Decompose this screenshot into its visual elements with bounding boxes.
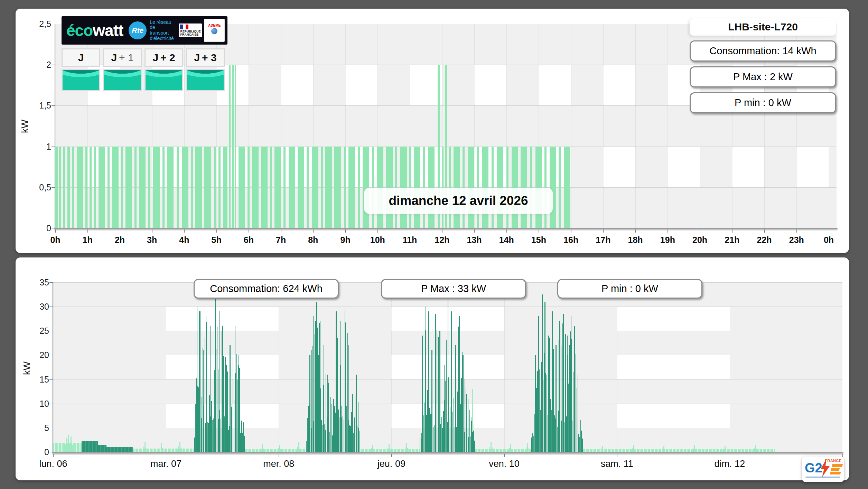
spike-bar [390, 449, 391, 452]
power-bar [63, 147, 65, 228]
power-bar [423, 147, 425, 228]
spike-bar [489, 447, 490, 452]
ecowatt-signal-tiles [62, 69, 225, 91]
ecowatt-signal-tile-j1[interactable] [103, 69, 142, 91]
cluster-peak-bar [563, 314, 564, 452]
cluster-bar [194, 438, 195, 452]
spike-bar [65, 444, 66, 452]
cluster-bar [533, 436, 534, 452]
power-bar [363, 147, 369, 228]
cluster-peak-bar [316, 302, 317, 452]
cluster-bar [315, 321, 316, 452]
weekly-bars [53, 282, 842, 452]
x-tick [377, 229, 378, 233]
cluster-bar [205, 338, 205, 452]
ecowatt-signal-tile-j2[interactable] [144, 69, 183, 91]
daily-y-axis-title: kW [20, 120, 30, 133]
cluster-bar [198, 387, 199, 452]
weekly-y-axis-title: kW [22, 361, 32, 375]
y-tick [49, 428, 53, 428]
power-bar [162, 147, 165, 228]
spike-bar [146, 448, 146, 452]
power-bar [400, 147, 407, 228]
cluster-bar [474, 441, 475, 452]
ecowatt-signal-tile-j3[interactable] [186, 69, 225, 91]
baseline-band [98, 445, 106, 452]
cluster-bar [445, 381, 446, 452]
y-tick-label: 5 [25, 423, 49, 433]
spike-bar [695, 449, 696, 452]
power-bar [121, 147, 123, 228]
power-bar [232, 65, 234, 228]
cluster-bar [338, 410, 339, 452]
power-bar [77, 147, 83, 228]
x-tick [617, 454, 617, 457]
cluster-peak-bar [197, 307, 198, 452]
power-bar [468, 147, 474, 228]
y-tick-label: 1,5 [27, 101, 51, 111]
baseline-band [583, 449, 775, 452]
power-bar [94, 147, 96, 228]
power-bar [477, 147, 479, 228]
spike-bar [261, 448, 261, 452]
x-tick [842, 454, 843, 457]
x-tick-label: jeu. 09 [371, 459, 412, 469]
cluster-bar [349, 425, 350, 452]
cluster-peak-bar [210, 326, 211, 452]
cluster-bar [218, 369, 218, 452]
spike-bar [69, 443, 70, 452]
cluster-peak-bar [340, 321, 342, 452]
spike-bar [178, 446, 179, 452]
x-tick [410, 229, 410, 233]
x-tick [184, 229, 185, 233]
x-tick-label: ven. 10 [484, 459, 525, 469]
g2e-france-logo: G2 FRANCE [802, 457, 844, 482]
cluster-bar [446, 340, 447, 452]
x-tick-label: 15h [525, 235, 552, 245]
cluster-bar [440, 424, 441, 452]
ademe-logo: ADEME [204, 19, 225, 42]
cluster-peak-bar [567, 336, 568, 452]
spike-bar [528, 448, 529, 452]
power-bar [177, 147, 179, 228]
spike-bar [512, 449, 512, 452]
x-tick [313, 229, 314, 233]
day-tab-j1[interactable]: J+ 1 [103, 48, 142, 67]
day-tab-j[interactable]: J [62, 48, 100, 67]
power-bar [274, 147, 281, 228]
cluster-peak-bar [320, 321, 321, 452]
power-bar [307, 147, 309, 228]
spike-bar [754, 448, 755, 452]
day-tab-j3[interactable]: J+ 3 [186, 48, 225, 67]
y-tick [49, 404, 53, 404]
cluster-bar [442, 428, 443, 452]
ecowatt-signal-tile-j[interactable] [62, 69, 100, 91]
power-bar [298, 147, 304, 228]
cluster-peak-bar [356, 375, 357, 452]
cluster-bar [540, 410, 541, 452]
cluster-bar [344, 420, 344, 452]
x-tick-label: 9h [332, 235, 359, 245]
x-tick [249, 229, 249, 233]
cluster-peak-bar [215, 299, 216, 452]
x-tick [730, 454, 730, 457]
x-tick [732, 229, 732, 233]
x-tick-label: dim. 12 [709, 459, 750, 469]
y-tick-label: 20 [25, 350, 49, 360]
cluster-bar [353, 433, 354, 452]
cluster-peak-bar [327, 375, 328, 452]
x-tick-label: 10h [364, 235, 391, 245]
cluster-bar [421, 439, 421, 452]
cluster-bar [468, 437, 469, 452]
x-tick-label: mar. 07 [145, 459, 187, 469]
cluster-bar [550, 399, 551, 452]
cluster-bar [342, 417, 342, 452]
y-tick [49, 282, 53, 283]
x-tick-label: 16h [557, 235, 585, 245]
day-tab-j2[interactable]: J+ 2 [144, 48, 183, 67]
spike-bar [373, 449, 374, 452]
cluster-bar [433, 427, 433, 452]
cluster-bar [465, 379, 465, 452]
x-tick-label: 23h [783, 235, 810, 245]
cluster-peak-bar [459, 316, 460, 452]
